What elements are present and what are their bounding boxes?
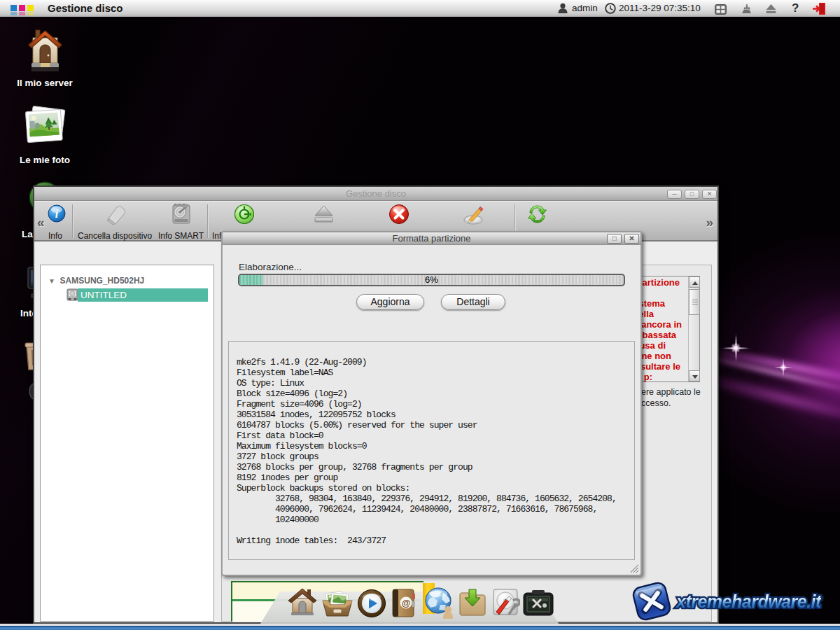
svg-text:@: @ <box>402 598 411 608</box>
svg-text:i: i <box>55 208 59 220</box>
